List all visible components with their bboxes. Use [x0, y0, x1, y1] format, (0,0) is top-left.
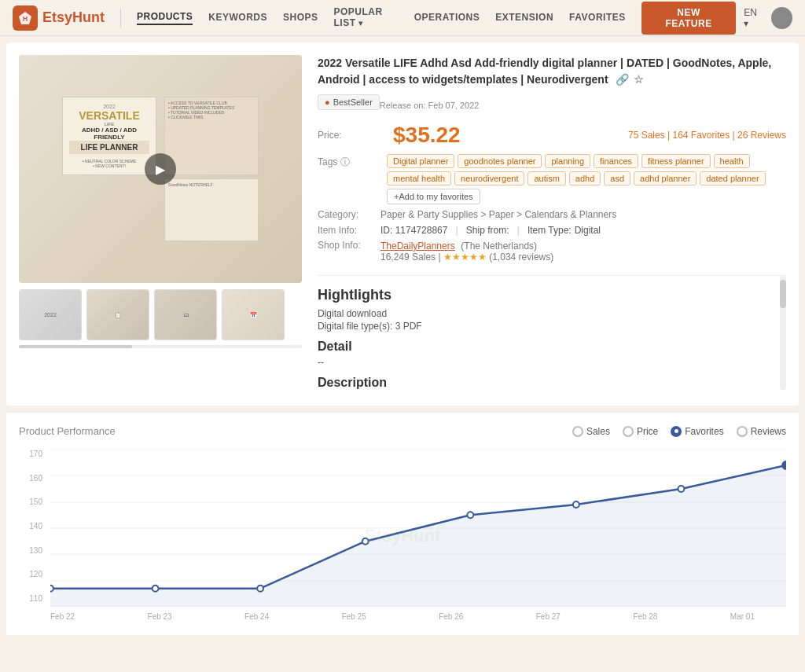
svg-point-12: [257, 586, 263, 592]
nav-operations[interactable]: OPERATIONS: [414, 12, 480, 24]
new-feature-button[interactable]: NEW FEATURE: [641, 2, 737, 35]
x-label-feb22: Feb 22: [50, 612, 75, 621]
logo-icon: H: [13, 6, 38, 31]
radio-circle-reviews: [737, 426, 748, 437]
chart-section: Product Performance Sales Price Favorite…: [6, 412, 799, 635]
tag-digital-planner[interactable]: Digital planner: [387, 154, 454, 168]
chart-watermark: EtsyHunt: [365, 526, 441, 546]
tag-autism[interactable]: autism: [527, 171, 565, 185]
thumbnail-row: 2022 📋 🗂 📅: [19, 289, 302, 340]
description-title: Description: [318, 376, 786, 390]
language-selector[interactable]: EN ▾: [744, 7, 763, 29]
nav-popular-list[interactable]: POPULAR LIST: [334, 6, 399, 30]
item-type: Digital: [575, 225, 601, 236]
svg-point-11: [153, 586, 159, 592]
nav-keywords[interactable]: KEYWORDS: [208, 12, 267, 24]
product-title: 2022 Versatile LIFE Adhd Asd Add-friendl…: [318, 55, 786, 88]
x-axis-labels: Feb 22 Feb 23 Feb 24 Feb 25 Feb 26 Feb 2…: [19, 609, 786, 621]
image-scroll-bar[interactable]: [19, 345, 302, 348]
chart-title: Product Performance: [19, 425, 116, 437]
video-play-button[interactable]: ▶: [145, 153, 176, 185]
tag-mental-health[interactable]: mental health: [387, 171, 451, 185]
logo-text: EtsyHunt: [42, 9, 105, 26]
chart-area: EtsyHunt 110 120 130 140 150 160 170: [19, 450, 786, 622]
category-label: Category:: [318, 209, 380, 220]
bestseller-badge: ● BestSeller: [318, 94, 380, 110]
shop-stats: 16,249 Sales | ★★★★★ (1,034 reviews): [380, 252, 553, 263]
radio-reviews[interactable]: Reviews: [737, 426, 786, 437]
x-label-feb23: Feb 23: [148, 612, 172, 621]
item-info-row: Item Info: ID: 1174728867 | Ship from: |…: [318, 224, 786, 236]
radio-group: Sales Price Favorites Reviews: [572, 426, 786, 437]
highlights-title: Hightlights: [318, 287, 786, 303]
thumbnail-2[interactable]: 📋: [86, 289, 149, 340]
x-label-mar01: Mar 01: [730, 612, 755, 621]
x-label-feb24: Feb 24: [244, 612, 269, 621]
tag-goodnotes[interactable]: goodnotes planner: [458, 154, 542, 168]
item-info-label: Item Info:: [318, 225, 380, 236]
nav-links: PRODUCTS KEYWORDS SHOPS POPULAR LIST OPE…: [137, 6, 626, 30]
tag-planning[interactable]: planning: [545, 154, 590, 168]
main-image[interactable]: 2022 VERSATILE LIFE ADHD / ASD / ADD FRI…: [19, 55, 302, 283]
category-row: Category: Paper & Party Supplies > Paper…: [318, 209, 786, 220]
tag-asd[interactable]: asd: [604, 171, 630, 185]
product-top: 2022 VERSATILE LIFE ADHD / ASD / ADD FRI…: [19, 55, 786, 393]
tag-finances[interactable]: finances: [594, 154, 638, 168]
y-label-160: 160: [19, 474, 42, 483]
star-icon[interactable]: ☆: [634, 72, 644, 88]
svg-point-17: [782, 461, 786, 469]
thumbnail-3[interactable]: 🗂: [154, 289, 217, 340]
navbar: H EtsyHunt PRODUCTS KEYWORDS SHOPS POPUL…: [0, 0, 805, 36]
radio-circle-sales: [572, 426, 583, 437]
nav-extension[interactable]: EXTENSION: [495, 12, 553, 24]
radio-price[interactable]: Price: [623, 426, 658, 437]
ship-from-label: Ship from:: [466, 225, 509, 236]
sales-info: 75 Sales | 164 Favorites | 26 Reviews: [628, 130, 786, 141]
radio-sales[interactable]: Sales: [572, 426, 610, 437]
price-label: Price:: [318, 130, 380, 141]
svg-point-15: [573, 501, 579, 508]
radio-favorites[interactable]: Favorites: [671, 426, 723, 437]
logo[interactable]: H EtsyHunt: [13, 6, 105, 31]
detail-content: --: [318, 357, 786, 368]
shop-info-row: Shop Info: TheDailyPlanners (The Netherl…: [318, 240, 786, 263]
svg-point-10: [50, 586, 53, 592]
add-to-favorites-button[interactable]: +Add to my favorites: [387, 189, 480, 204]
chart-header: Product Performance Sales Price Favorite…: [19, 425, 786, 437]
shop-info-label: Shop Info:: [318, 240, 380, 251]
x-label-feb27: Feb 27: [536, 612, 561, 621]
svg-text:H: H: [23, 15, 28, 23]
highlights-section: Hightlights Digital download Digital fil…: [318, 275, 786, 390]
x-label-feb26: Feb 26: [439, 612, 463, 621]
avatar[interactable]: [771, 7, 792, 29]
tag-adhd-planner[interactable]: adhd planner: [634, 171, 697, 185]
nav-divider: [120, 9, 121, 28]
svg-point-16: [678, 486, 685, 492]
y-label-110: 110: [19, 594, 42, 603]
tag-health[interactable]: health: [714, 154, 750, 168]
tags-label: Tags ⓘ: [318, 156, 380, 169]
y-label-130: 130: [19, 546, 42, 555]
nav-products[interactable]: PRODUCTS: [137, 11, 193, 25]
nav-shops[interactable]: SHOPS: [283, 12, 318, 24]
tag-fitness[interactable]: fitness planner: [641, 154, 711, 168]
y-label-120: 120: [19, 570, 42, 578]
tag-neurodivergent[interactable]: neurodivergent: [454, 171, 524, 185]
category-breadcrumb: Paper & Party Supplies > Paper > Calenda…: [380, 209, 616, 220]
shop-stars: ★★★★★: [443, 252, 487, 263]
tag-adhd[interactable]: adhd: [569, 171, 601, 185]
radio-circle-favorites: [671, 426, 682, 437]
navbar-right: NEW FEATURE EN ▾: [641, 2, 792, 35]
x-label-feb28: Feb 28: [633, 612, 657, 621]
tag-dated-planner[interactable]: dated planner: [700, 171, 765, 185]
product-section: 2022 VERSATILE LIFE ADHD / ASD / ADD FRI…: [6, 42, 799, 406]
shop-link[interactable]: TheDailyPlanners: [380, 241, 455, 252]
thumbnail-4[interactable]: 📅: [222, 289, 285, 340]
radio-circle-price: [623, 426, 634, 437]
thumbnail-1[interactable]: 2022: [19, 289, 82, 340]
product-images: 2022 VERSATILE LIFE ADHD / ASD / ADD FRI…: [19, 55, 302, 393]
link-icon[interactable]: 🔗: [616, 72, 629, 88]
nav-favorites[interactable]: FAVORITES: [569, 12, 626, 24]
release-date: Release on: Feb 07, 2022: [380, 101, 480, 110]
highlight-download: Digital download: [318, 308, 786, 319]
